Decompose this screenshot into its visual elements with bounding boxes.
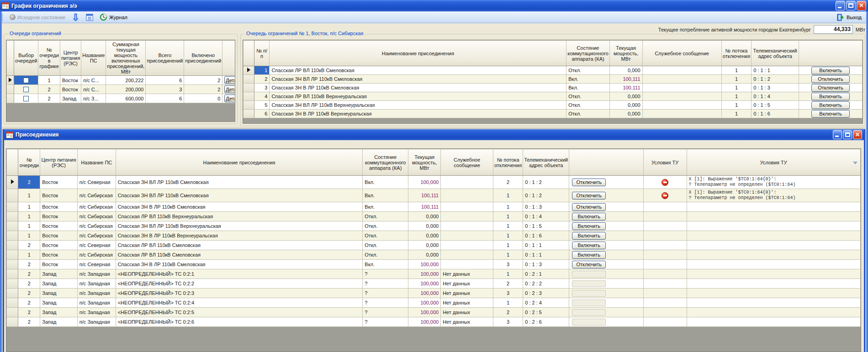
maximize-button[interactable] bbox=[846, 1, 856, 11]
switch-button[interactable]: Включить bbox=[811, 67, 850, 74]
table-row[interactable]: 2Западп/с Западная<НЕОПРЕДЕЛЕННЫЙ> ТС 0:… bbox=[7, 279, 861, 289]
row-selector[interactable] bbox=[243, 101, 254, 110]
switch-button[interactable]: Включить bbox=[572, 222, 606, 230]
btn-cell[interactable]: Включить bbox=[569, 250, 644, 260]
column-header-flow[interactable]: № потока отключения bbox=[493, 149, 523, 176]
switch-button[interactable]: Включить bbox=[811, 93, 850, 100]
table-row[interactable]: 1Востокп/с СибирскаяСпасская ЗН В ЛР 110… bbox=[7, 202, 861, 212]
row-selector[interactable] bbox=[243, 110, 254, 118]
row-selector[interactable] bbox=[7, 76, 14, 85]
column-header-addr[interactable]: Телемеханический адрес объекта bbox=[523, 149, 569, 176]
btn-cell[interactable]: Отключить bbox=[799, 75, 863, 84]
queue-checkbox[interactable] bbox=[23, 96, 29, 101]
btn-cell[interactable]: Включить bbox=[569, 241, 644, 250]
btn-cell[interactable]: Включить bbox=[799, 101, 863, 110]
column-header-btn[interactable] bbox=[222, 41, 235, 76]
btn-cell[interactable]: Отключить bbox=[569, 202, 644, 212]
detail-button[interactable]: Детализация bbox=[224, 76, 235, 84]
btn-cell[interactable]: Включить bbox=[569, 212, 644, 221]
row-selector[interactable] bbox=[7, 308, 18, 317]
column-header-msg[interactable]: Служебное сообщение bbox=[642, 41, 721, 66]
row-selector[interactable] bbox=[7, 289, 18, 298]
row-selector[interactable] bbox=[7, 298, 18, 308]
column-header-total[interactable]: Всего присоединений bbox=[146, 41, 184, 76]
detail-button[interactable]: Детализация bbox=[224, 95, 235, 102]
table-row[interactable]: 4Спасская ЛР ВЛ 110кВ ВерхнеуральскаяОтк… bbox=[243, 92, 863, 101]
row-selector[interactable] bbox=[7, 176, 18, 189]
table-row[interactable]: 1Востокп/с СибирскаяСпасская ЛР ВЛ 110кВ… bbox=[7, 250, 861, 260]
btn-cell[interactable]: Отключить bbox=[569, 189, 644, 202]
column-header-state[interactable]: Состяние коммутационного аппарата (КА) bbox=[363, 149, 408, 176]
row-selector[interactable] bbox=[7, 212, 18, 221]
switch-button[interactable]: Отключить bbox=[572, 261, 606, 268]
switch-button[interactable]: Включить bbox=[811, 101, 850, 109]
row-selector[interactable] bbox=[7, 269, 18, 279]
btn-cell[interactable]: Отключить bbox=[569, 176, 644, 189]
table-row[interactable]: 1Востокп/с СибирскаяСпасская ЛР ВЛ 110кВ… bbox=[7, 212, 861, 221]
switch-button[interactable]: Отключить bbox=[811, 84, 850, 92]
table-row[interactable]: 5Спасская ЗН ВЛ ЛР 110кВ Верхнеуральская… bbox=[243, 101, 863, 110]
row-selector[interactable] bbox=[243, 84, 254, 92]
column-header-flow[interactable]: № потока отключения bbox=[721, 41, 751, 66]
check-cell[interactable] bbox=[14, 76, 38, 85]
table-row[interactable]: 2Востокп/с С...200,00032Детализация bbox=[7, 85, 236, 94]
table-row[interactable]: 2Востокп/с СевернаяСпасская ЛР ВЛ 110кВ … bbox=[7, 241, 861, 250]
btn-cell[interactable]: Включить bbox=[799, 110, 863, 118]
column-header-center[interactable]: Центр питания (РЭС) bbox=[40, 149, 78, 176]
row-selector[interactable] bbox=[7, 231, 18, 241]
table-row[interactable]: 2Западп/с Западная<НЕОПРЕДЕЛЕННЫЙ> ТС 0:… bbox=[7, 269, 861, 279]
switch-button[interactable]: Включить bbox=[572, 242, 606, 249]
row-selector[interactable] bbox=[7, 189, 18, 202]
table-row[interactable]: 1Спасская ЛР ВЛ 110кВ СмеловскаяОткл.0,0… bbox=[243, 66, 863, 75]
column-header-addr[interactable]: Телемеханический адрес объекта bbox=[752, 41, 799, 66]
btn-cell[interactable]: Отключить bbox=[569, 260, 644, 269]
column-header-ps[interactable]: Название ПС bbox=[81, 41, 106, 76]
switch-button[interactable]: Включить bbox=[572, 251, 606, 259]
check-cell[interactable] bbox=[14, 94, 38, 103]
sort-arrow-icon[interactable] bbox=[853, 162, 857, 164]
column-header-power[interactable]: Суммарная текущая мощность включенных пр… bbox=[106, 41, 146, 76]
table-row[interactable]: 1Востокп/с СибирскаяСпасская ЗН ВЛ ЛР 11… bbox=[7, 221, 861, 231]
connections-minimize-button[interactable] bbox=[833, 130, 842, 139]
row-selector[interactable] bbox=[7, 317, 18, 327]
queue-checkbox[interactable] bbox=[23, 78, 29, 83]
column-header-power[interactable]: Текущая мощность, МВт bbox=[408, 149, 440, 176]
row-selector[interactable] bbox=[7, 221, 18, 231]
table-row[interactable]: 2Западп/с Западная<НЕОПРЕДЕЛЕННЫЙ> ТС 0:… bbox=[7, 308, 861, 317]
row-selector[interactable] bbox=[7, 260, 18, 269]
row-selector[interactable] bbox=[7, 94, 14, 103]
table-row[interactable]: 1Востокп/с С...200,22262Детализация bbox=[7, 76, 236, 85]
column-header-deny[interactable]: Условия ТУ bbox=[643, 149, 687, 176]
connections-maximize-button[interactable] bbox=[843, 130, 852, 139]
btn-cell[interactable]: Включить bbox=[569, 231, 644, 241]
column-header-on[interactable]: Включено присоединений bbox=[184, 41, 222, 76]
check-cell[interactable] bbox=[14, 85, 38, 94]
queue-checkbox[interactable] bbox=[23, 87, 29, 92]
table-row[interactable]: 6Спасская ЗН В ЛР 110кВ ВерхнеуральскаяО… bbox=[243, 110, 863, 118]
switch-button[interactable]: Включить bbox=[572, 232, 606, 240]
btn-cell[interactable]: Включить bbox=[799, 66, 863, 75]
table-row[interactable]: 2Западп/с З...600,00060Детализация bbox=[7, 94, 236, 103]
connections-close-button[interactable]: ✕ bbox=[853, 130, 862, 139]
table-row[interactable]: 2Западп/с Западная<НЕОПРЕДЕЛЕННЫЙ> ТС 0:… bbox=[7, 298, 861, 308]
column-header-num[interactable]: № очереди в графике bbox=[38, 41, 60, 76]
column-header-ps[interactable]: Название ПС bbox=[77, 149, 116, 176]
column-header-btn[interactable] bbox=[569, 149, 644, 176]
btn-cell[interactable]: Включить bbox=[799, 92, 863, 101]
table-row[interactable]: 2Западп/с Западная<НЕОПРЕДЕЛЕННЫЙ> ТС 0:… bbox=[7, 317, 861, 327]
switch-button[interactable]: Отключить bbox=[572, 192, 606, 200]
detail-button[interactable]: Детализация bbox=[224, 85, 235, 93]
row-selector[interactable] bbox=[7, 250, 18, 260]
row-selector[interactable] bbox=[243, 92, 254, 101]
row-selector[interactable] bbox=[7, 202, 18, 212]
column-header-num[interactable]: № очереди bbox=[18, 149, 40, 176]
journal-button[interactable]: Журнал bbox=[96, 12, 131, 23]
column-header-name[interactable]: Наименование присоединения bbox=[270, 41, 566, 66]
switch-button[interactable]: Включить bbox=[811, 110, 850, 118]
row-selector[interactable] bbox=[243, 75, 254, 84]
btn-cell[interactable]: Отключить bbox=[799, 84, 863, 92]
close-button[interactable]: ✕ bbox=[857, 1, 866, 11]
column-header-check[interactable]: Выбор очередей bbox=[14, 41, 38, 76]
table-row[interactable]: 1Востокп/с СибирскаяСпасская ЗН ВЛ ЛР 11… bbox=[7, 189, 861, 202]
btn-cell[interactable]: Детализация bbox=[222, 85, 235, 94]
